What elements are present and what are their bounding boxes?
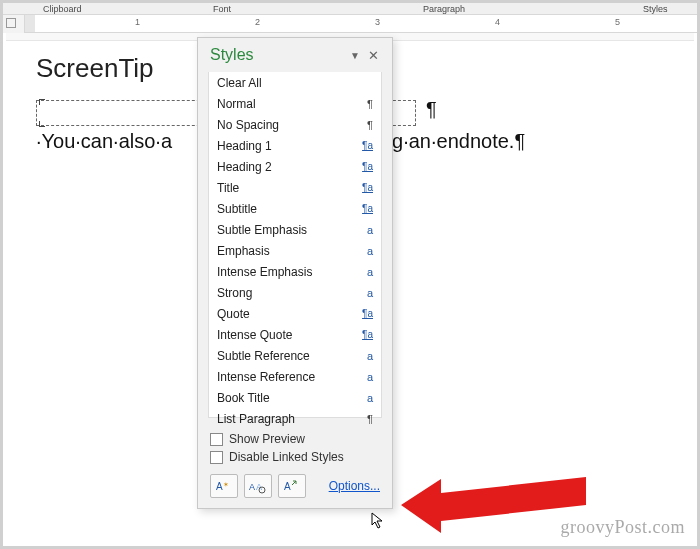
svg-text:A: A: [249, 482, 255, 492]
styles-pane-dropdown-icon[interactable]: ▼: [346, 50, 364, 61]
style-type-icon: a: [355, 224, 373, 236]
style-item[interactable]: Book Titlea: [209, 387, 381, 408]
style-item[interactable]: Intense Quote¶a: [209, 324, 381, 345]
style-item-label: Title: [217, 181, 355, 195]
style-item-label: Subtle Reference: [217, 349, 355, 363]
svg-text:A: A: [216, 481, 223, 492]
ruler-mark: 4: [495, 17, 500, 27]
style-item-label: Intense Emphasis: [217, 265, 355, 279]
ribbon-group-labels: Clipboard Font Paragraph Styles: [3, 3, 697, 15]
close-icon[interactable]: ✕: [364, 48, 382, 63]
style-item[interactable]: Intense Emphasisa: [209, 261, 381, 282]
style-item[interactable]: Quote¶a: [209, 303, 381, 324]
style-type-icon: a: [355, 350, 373, 362]
styles-pane: Styles ▼ ✕ Clear AllNormal¶No Spacing¶He…: [197, 37, 393, 509]
style-type-icon: ¶a: [355, 182, 373, 193]
checkbox-icon[interactable]: [210, 433, 223, 446]
style-item[interactable]: Subtle Referencea: [209, 345, 381, 366]
style-inspector-button[interactable]: AA: [244, 474, 272, 498]
ruler-tab-selector[interactable]: [3, 15, 25, 33]
style-type-icon: ¶: [355, 119, 373, 131]
style-type-icon: ¶a: [355, 203, 373, 214]
ruler-mark: 2: [255, 17, 260, 27]
new-style-button[interactable]: A✶: [210, 474, 238, 498]
style-type-icon: a: [355, 287, 373, 299]
style-item-label: Quote: [217, 307, 355, 321]
ruler-mark: 5: [615, 17, 620, 27]
svg-text:✶: ✶: [223, 481, 229, 488]
style-item-label: Emphasis: [217, 244, 355, 258]
style-type-icon: ¶a: [355, 161, 373, 172]
style-item[interactable]: Intense Referencea: [209, 366, 381, 387]
svg-text:A: A: [284, 481, 291, 492]
style-item[interactable]: Stronga: [209, 282, 381, 303]
style-type-icon: ¶a: [355, 329, 373, 340]
style-item-label: Intense Reference: [217, 370, 355, 384]
style-item-label: Heading 1: [217, 139, 355, 153]
style-type-icon: ¶: [355, 98, 373, 110]
style-item[interactable]: Heading 1¶a: [209, 135, 381, 156]
style-item[interactable]: Subtitle¶a: [209, 198, 381, 219]
style-item-label: List Paragraph: [217, 412, 355, 426]
body-text-before: ·You·can·also·a: [36, 130, 172, 152]
ribbon-label-paragraph: Paragraph: [423, 4, 465, 14]
style-item-label: Clear All: [217, 76, 355, 90]
style-item-label: Strong: [217, 286, 355, 300]
style-type-icon: a: [355, 245, 373, 257]
style-item-label: Book Title: [217, 391, 355, 405]
style-item[interactable]: Normal¶: [209, 93, 381, 114]
watermark: groovyPost.com: [560, 517, 685, 538]
style-item[interactable]: Heading 2¶a: [209, 156, 381, 177]
style-item-label: Intense Quote: [217, 328, 355, 342]
style-type-icon: a: [355, 266, 373, 278]
style-type-icon: ¶a: [355, 308, 373, 319]
ribbon-label-clipboard: Clipboard: [43, 4, 82, 14]
ribbon-label-font: Font: [213, 4, 231, 14]
style-item-label: Normal: [217, 97, 355, 111]
style-item-label: Subtle Emphasis: [217, 223, 355, 237]
options-link[interactable]: Options...: [329, 479, 380, 493]
style-item-label: No Spacing: [217, 118, 355, 132]
style-item[interactable]: Emphasisa: [209, 240, 381, 261]
style-item[interactable]: Title¶a: [209, 177, 381, 198]
show-preview-label: Show Preview: [229, 432, 305, 446]
style-item-label: Heading 2: [217, 160, 355, 174]
disable-linked-styles-checkbox[interactable]: Disable Linked Styles: [210, 448, 380, 466]
style-item-label: Subtitle: [217, 202, 355, 216]
show-preview-checkbox[interactable]: Show Preview: [210, 430, 380, 448]
style-item[interactable]: Clear All: [209, 72, 381, 93]
body-text-after: g·an·endnote.¶: [392, 130, 525, 152]
manage-styles-button[interactable]: A: [278, 474, 306, 498]
horizontal-ruler[interactable]: 1 2 3 4 5: [3, 15, 697, 33]
disable-linked-label: Disable Linked Styles: [229, 450, 344, 464]
style-item[interactable]: No Spacing¶: [209, 114, 381, 135]
style-type-icon: a: [355, 392, 373, 404]
style-item[interactable]: Subtle Emphasisa: [209, 219, 381, 240]
style-type-icon: a: [355, 371, 373, 383]
pilcrow-icon: ¶: [426, 98, 437, 121]
checkbox-icon[interactable]: [210, 451, 223, 464]
styles-list[interactable]: Clear AllNormal¶No Spacing¶Heading 1¶aHe…: [208, 72, 382, 418]
ruler-mark: 3: [375, 17, 380, 27]
style-type-icon: ¶a: [355, 140, 373, 151]
style-type-icon: ¶: [355, 413, 373, 425]
ribbon-label-styles: Styles: [643, 4, 668, 14]
styles-pane-title: Styles: [210, 46, 346, 64]
ruler-mark: 1: [135, 17, 140, 27]
